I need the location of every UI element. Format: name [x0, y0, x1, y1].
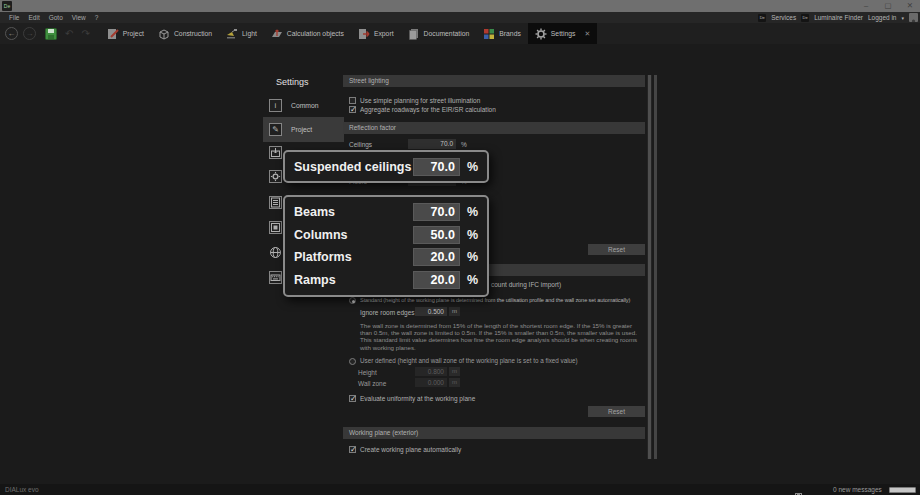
tab-export[interactable]: Export — [351, 23, 401, 44]
status-save-icon[interactable] — [795, 486, 802, 495]
simple-planning-label: Use simple planning for street illuminat… — [360, 97, 480, 104]
section-header-street-lighting: Street lighting — [343, 75, 645, 87]
scrollbar-thumb[interactable] — [648, 75, 651, 459]
undo-icon[interactable]: ↶ — [65, 28, 73, 39]
services-button[interactable]: Services — [771, 14, 796, 21]
avatar[interactable] — [909, 13, 918, 22]
tab-light[interactable]: Light — [219, 23, 264, 44]
wall-zone-description: The wall zone is determined from 15% of … — [360, 322, 642, 351]
minimize-button[interactable]: – — [859, 0, 873, 12]
ramps-unit: % — [467, 273, 478, 287]
height-input[interactable]: 0.800 — [415, 367, 447, 376]
overlay-row: Ramps 20.0 % — [285, 271, 487, 289]
user-defined-radio[interactable] — [349, 358, 356, 365]
luminaire-finder-icon: De — [801, 14, 809, 22]
redo-icon[interactable]: ↷ — [81, 28, 89, 39]
logged-in-button[interactable]: Logged in — [868, 14, 897, 21]
sidebar-item-square-icon[interactable] — [269, 221, 282, 234]
light-icon — [226, 28, 238, 40]
simple-planning-checkbox[interactable] — [349, 97, 356, 104]
tab-brands[interactable]: Brands — [476, 23, 528, 44]
user-defined-radio-label: User defined (height and wall zone of th… — [360, 357, 578, 364]
panel-edge-scrollbar[interactable] — [654, 75, 657, 459]
back-button[interactable]: ← — [5, 27, 18, 40]
tab-calculation-objects[interactable]: Calculation objects — [264, 23, 351, 44]
ignore-room-edges-input[interactable]: 0.500 — [415, 307, 447, 316]
menu-goto[interactable]: Goto — [49, 14, 63, 21]
section-header-working-plane-exterior: Working plane (exterior) — [343, 427, 645, 439]
menu-file[interactable]: File — [9, 14, 19, 21]
wall-zone-label: Wall zone — [358, 380, 386, 387]
sidebar-item-import-icon[interactable] — [269, 146, 282, 159]
close-button[interactable]: ✕ — [903, 0, 917, 12]
info-icon: i — [269, 99, 282, 112]
section-header-reflection-factor: Reflection factor — [343, 122, 645, 134]
ifc-import-label-fragment: count during IFC import) — [491, 281, 561, 288]
status-progress-bar — [889, 487, 916, 493]
overlay-row: Platforms 20.0 % — [285, 248, 487, 266]
project-pencil-icon: ✎ — [269, 123, 282, 136]
height-unit: m — [449, 367, 460, 376]
evaluate-uniformity-label: Evaluate uniformity at the working plane — [360, 395, 475, 402]
sidebar-item-keyboard-icon[interactable] — [269, 271, 282, 284]
magnifier-overlay-reflection-rows: Beams 70.0 % Columns 50.0 % Platforms 20… — [283, 195, 489, 297]
create-working-plane-label: Create working plane automatically — [360, 446, 461, 453]
ceilings-input[interactable]: 70.0 — [408, 139, 456, 149]
overlay-row: Suspended ceilings 70.0 % — [285, 158, 487, 176]
settings-gear-icon — [535, 28, 547, 40]
sidebar-item-document-icon[interactable] — [269, 196, 282, 209]
app-name-label: DIALux evo — [5, 486, 39, 493]
columns-input[interactable]: 50.0 — [413, 226, 460, 244]
suspended-ceilings-label: Suspended ceilings — [294, 160, 413, 174]
reflection-reset-button[interactable]: Reset — [588, 244, 645, 255]
menu-view[interactable]: View — [72, 14, 86, 21]
tab-construction[interactable]: Construction — [151, 23, 219, 44]
tab-project[interactable]: Project — [100, 23, 151, 44]
tab-settings[interactable]: Settings ✕ — [528, 23, 597, 44]
luminaire-finder-button[interactable]: Luminaire Finder — [814, 14, 863, 21]
sidebar-item-project[interactable]: ✎ Project — [263, 117, 344, 142]
maximize-button[interactable]: ▢ — [881, 0, 895, 12]
tab-documentation[interactable]: Documentation — [401, 23, 477, 44]
status-bar: DIALux evo 0 new messages — [0, 484, 920, 495]
chevron-down-icon[interactable]: ▾ — [901, 15, 904, 21]
title-bar: De – ▢ ✕ — [0, 0, 920, 12]
calculation-objects-icon — [271, 28, 283, 40]
overlay-row: Columns 50.0 % — [285, 226, 487, 244]
services-icon: De — [758, 14, 766, 22]
documentation-icon — [408, 28, 420, 40]
columns-unit: % — [467, 228, 478, 242]
save-icon[interactable] — [45, 28, 57, 40]
evaluate-uniformity-checkbox[interactable] — [349, 395, 356, 402]
app-window: De – ▢ ✕ File Edit Goto View ? De Servic… — [0, 0, 920, 495]
ignore-room-edges-unit: m — [449, 307, 460, 316]
overlay-row: Beams 70.0 % — [285, 203, 487, 221]
beams-input[interactable]: 70.0 — [413, 203, 460, 221]
menu-edit[interactable]: Edit — [28, 14, 39, 21]
create-working-plane-checkbox[interactable] — [349, 446, 356, 453]
export-icon — [358, 28, 370, 40]
wall-zone-input[interactable]: 0.000 — [415, 378, 447, 387]
ramps-label: Ramps — [294, 273, 413, 287]
columns-label: Columns — [294, 228, 413, 242]
forward-button[interactable]: → — [23, 27, 36, 40]
messages-label[interactable]: 0 new messages — [833, 486, 882, 493]
working-plane-reset-button[interactable]: Reset — [588, 406, 645, 417]
app-logo-icon: De — [2, 1, 12, 11]
ignore-room-edges-label: Ignore room edges < — [360, 309, 420, 316]
sidebar-item-gear-icon[interactable] — [269, 170, 282, 183]
sidebar-item-globe-icon[interactable] — [269, 246, 282, 259]
suspended-ceilings-input[interactable]: 70.0 — [413, 158, 460, 176]
sidebar-item-common[interactable]: i Common — [263, 95, 344, 117]
close-tab-icon[interactable]: ✕ — [584, 30, 590, 38]
beams-unit: % — [467, 205, 478, 219]
menu-help[interactable]: ? — [95, 14, 99, 21]
height-label: Height — [358, 369, 377, 376]
construction-icon — [158, 28, 170, 40]
toolbar: ← → ↶ ↷ Project Construction Light Calcu… — [0, 23, 920, 44]
aggregate-roadways-checkbox[interactable] — [349, 106, 356, 113]
magnifier-overlay-suspended-ceilings: Suspended ceilings 70.0 % — [283, 150, 489, 183]
platforms-input[interactable]: 20.0 — [413, 248, 460, 266]
standard-radio[interactable] — [349, 297, 356, 304]
ramps-input[interactable]: 20.0 — [413, 271, 460, 289]
